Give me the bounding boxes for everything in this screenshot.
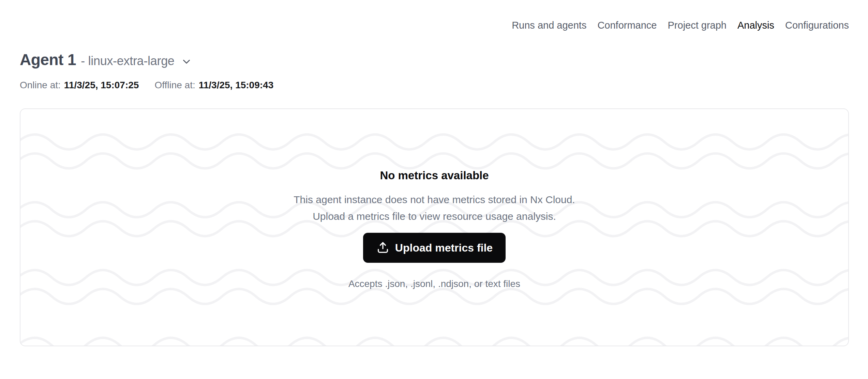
offline-at: Offline at: 11/3/25, 15:09:43 xyxy=(154,79,273,91)
offline-at-label: Offline at: xyxy=(154,79,195,91)
agent-launch-template: - linux-extra-large xyxy=(81,54,174,68)
empty-state-heading: No metrics available xyxy=(380,169,489,182)
nav-item-project-graph[interactable]: Project graph xyxy=(668,19,727,31)
nav-item-analysis[interactable]: Analysis xyxy=(737,19,774,31)
nav-item-runs-and-agents[interactable]: Runs and agents xyxy=(512,19,586,31)
upload-tray-icon xyxy=(376,241,390,255)
upload-metrics-file-button[interactable]: Upload metrics file xyxy=(363,233,506,263)
top-navigation: Runs and agents Conformance Project grap… xyxy=(512,19,849,31)
page-title: Agent 1 xyxy=(20,50,76,69)
nav-item-configurations[interactable]: Configurations xyxy=(785,19,849,31)
agent-header: Agent 1 - linux-extra-large xyxy=(20,50,192,69)
chevron-down-icon xyxy=(181,56,192,67)
agent-selector-dropdown[interactable] xyxy=(181,56,192,67)
empty-state-description-line1: This agent instance does not have metric… xyxy=(294,194,575,205)
metrics-empty-state-card: No metrics available This agent instance… xyxy=(20,108,849,346)
empty-state-description-line2: Upload a metrics file to view resource u… xyxy=(313,211,556,222)
accepted-file-types-note: Accepts .json, .jsonl, .ndjson, or text … xyxy=(348,278,520,290)
empty-state-description: This agent instance does not have metric… xyxy=(294,191,575,225)
offline-at-value: 11/3/25, 15:09:43 xyxy=(199,79,274,91)
online-at-value: 11/3/25, 15:07:25 xyxy=(64,79,139,91)
agent-meta: Online at: 11/3/25, 15:07:25 Offline at:… xyxy=(20,79,273,91)
upload-button-label: Upload metrics file xyxy=(395,242,493,254)
nav-item-conformance[interactable]: Conformance xyxy=(597,19,657,31)
empty-state-content: No metrics available This agent instance… xyxy=(20,109,848,290)
online-at-label: Online at: xyxy=(20,79,61,91)
online-at: Online at: 11/3/25, 15:07:25 xyxy=(20,79,139,91)
